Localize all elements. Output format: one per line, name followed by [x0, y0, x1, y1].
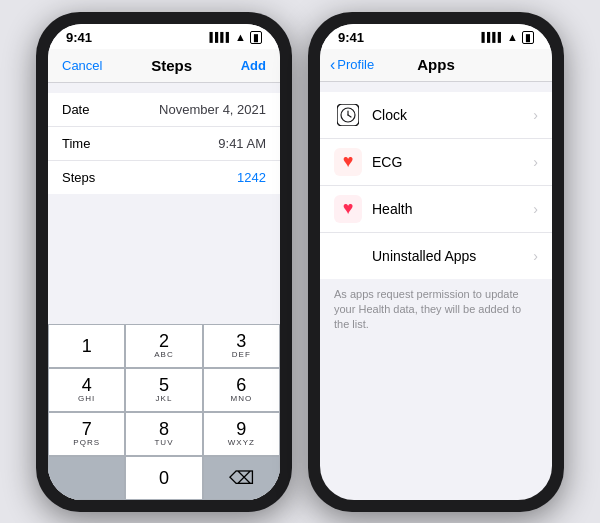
key-1[interactable]: 1 — [48, 324, 125, 368]
health-app-name: Health — [372, 201, 533, 217]
key-0[interactable]: 0 — [125, 456, 202, 500]
time-label: Time — [62, 136, 90, 151]
spacer — [48, 194, 280, 324]
signal-icon-right: ▌▌▌▌ — [482, 32, 504, 42]
wifi-icon-right: ▲ — [507, 31, 518, 43]
key-3[interactable]: 3DEF — [203, 324, 280, 368]
key-6[interactable]: 6MNO — [203, 368, 280, 412]
wifi-icon: ▲ — [235, 31, 246, 43]
app-row-ecg[interactable]: ♥︎ ECG › — [320, 139, 552, 186]
cancel-button[interactable]: Cancel — [62, 58, 102, 73]
app-row-clock[interactable]: Clock › — [320, 92, 552, 139]
ecg-app-icon: ♥︎ — [334, 148, 362, 176]
page-title-left: Steps — [151, 57, 192, 74]
screen-right: 9:41 ▌▌▌▌ ▲ ▮ ‹ Profile Apps — [320, 24, 552, 500]
health-chevron-icon: › — [533, 201, 538, 217]
battery-icon-right: ▮ — [522, 31, 534, 44]
app-row-uninstalled[interactable]: Uninstalled Apps › — [320, 233, 552, 279]
keypad-row-4: 0 ⌫ — [48, 456, 280, 500]
keypad-row-2: 4GHI 5JKL 6MNO — [48, 368, 280, 412]
key-2[interactable]: 2ABC — [125, 324, 202, 368]
keypad: 1 2ABC 3DEF 4GHI 5JKL 6MNO 7PQRS 8TUV 9W… — [48, 324, 280, 500]
steps-value: 1242 — [237, 170, 266, 185]
key-4[interactable]: 4GHI — [48, 368, 125, 412]
steps-row: Steps 1242 — [48, 161, 280, 194]
key-5[interactable]: 5JKL — [125, 368, 202, 412]
health-app-icon: ♥ — [334, 195, 362, 223]
app-list: Clock › ♥︎ ECG › ♥ Health › — [320, 92, 552, 279]
status-bar-left: 9:41 ▌▌▌▌ ▲ ▮ — [48, 24, 280, 49]
keypad-row-1: 1 2ABC 3DEF — [48, 324, 280, 368]
clock-chevron-icon: › — [533, 107, 538, 123]
status-time-right: 9:41 — [338, 30, 364, 45]
key-9[interactable]: 9WXYZ — [203, 412, 280, 456]
phone-right: 9:41 ▌▌▌▌ ▲ ▮ ‹ Profile Apps — [308, 12, 564, 512]
date-value: November 4, 2021 — [159, 102, 266, 117]
phone-left: 9:41 ▌▌▌▌ ▲ ▮ Cancel Steps Add Date Nove… — [36, 12, 292, 512]
back-label: Profile — [337, 57, 374, 72]
nav-bar-right: ‹ Profile Apps — [320, 49, 552, 82]
back-button[interactable]: ‹ Profile — [330, 57, 374, 73]
uninstalled-chevron-icon: › — [533, 248, 538, 264]
date-label: Date — [62, 102, 89, 117]
nav-bar-left: Cancel Steps Add — [48, 49, 280, 83]
signal-icon: ▌▌▌▌ — [210, 32, 232, 42]
clock-app-name: Clock — [372, 107, 533, 123]
date-row: Date November 4, 2021 — [48, 93, 280, 127]
keypad-row-3: 7PQRS 8TUV 9WXYZ — [48, 412, 280, 456]
apps-footnote: As apps request permission to update you… — [320, 279, 552, 341]
status-icons-right: ▌▌▌▌ ▲ ▮ — [482, 31, 534, 44]
ecg-app-name: ECG — [372, 154, 533, 170]
page-title-right: Apps — [417, 56, 455, 73]
time-row: Time 9:41 AM — [48, 127, 280, 161]
app-row-health[interactable]: ♥ Health › — [320, 186, 552, 233]
spacer-right — [320, 341, 552, 500]
key-empty — [48, 456, 125, 500]
time-value: 9:41 AM — [218, 136, 266, 151]
steps-label: Steps — [62, 170, 95, 185]
key-8[interactable]: 8TUV — [125, 412, 202, 456]
form-section: Date November 4, 2021 Time 9:41 AM Steps… — [48, 93, 280, 194]
uninstalled-app-name: Uninstalled Apps — [372, 248, 533, 264]
ecg-chevron-icon: › — [533, 154, 538, 170]
add-button[interactable]: Add — [241, 58, 266, 73]
screen-left: 9:41 ▌▌▌▌ ▲ ▮ Cancel Steps Add Date Nove… — [48, 24, 280, 500]
clock-app-icon — [334, 101, 362, 129]
battery-icon: ▮ — [250, 31, 262, 44]
uninstalled-app-icon — [334, 242, 362, 270]
status-time-left: 9:41 — [66, 30, 92, 45]
key-delete[interactable]: ⌫ — [203, 456, 280, 500]
key-7[interactable]: 7PQRS — [48, 412, 125, 456]
status-icons-left: ▌▌▌▌ ▲ ▮ — [210, 31, 262, 44]
back-chevron-icon: ‹ — [330, 57, 335, 73]
status-bar-right: 9:41 ▌▌▌▌ ▲ ▮ — [320, 24, 552, 49]
